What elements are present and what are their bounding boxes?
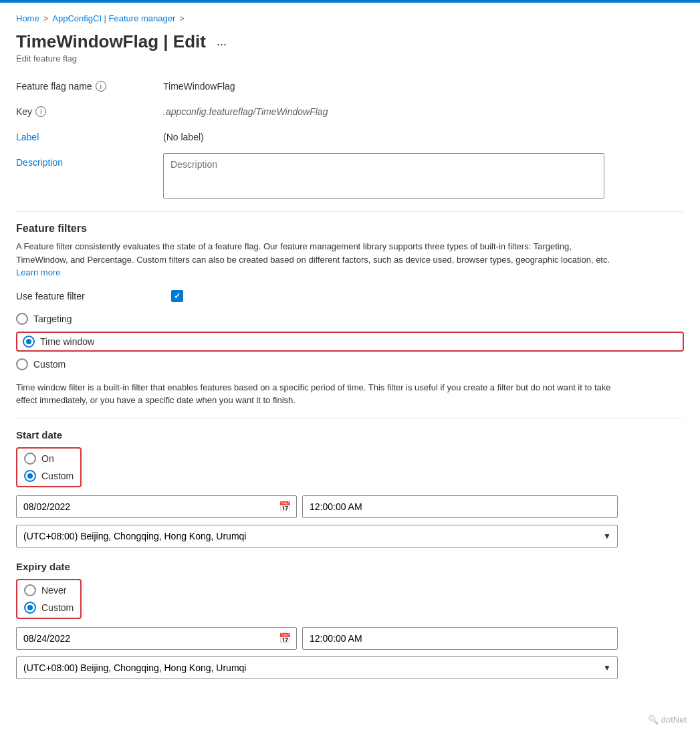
expiry-date-options-highlighted: Never Custom: [16, 579, 82, 619]
expiry-date-input-row: 📅: [16, 627, 618, 650]
start-date-on-label: On: [41, 453, 54, 464]
filter-targeting-option[interactable]: Targeting: [16, 313, 684, 325]
key-row: Key i .appconfig.featureflag/TimeWindowF…: [16, 102, 684, 117]
feature-flag-name-value: TimeWindowFlag: [163, 77, 684, 92]
filter-custom-option[interactable]: Custom: [16, 358, 684, 370]
divider2: [16, 418, 684, 418]
label-label: Label: [16, 128, 163, 142]
use-feature-filter-label: Use feature filter: [16, 291, 163, 301]
filter-custom-radio[interactable]: [16, 358, 28, 370]
expiry-time-input[interactable]: [302, 627, 618, 650]
description-row: Description: [16, 153, 684, 201]
page-subtitle: Edit feature flag: [16, 53, 684, 64]
use-feature-filter-row: Use feature filter: [16, 290, 684, 302]
filter-type-radio-group: Targeting Time window Custom: [16, 313, 684, 370]
expiry-custom-label: Custom: [41, 602, 74, 613]
start-date-input-wrapper: 📅: [16, 495, 297, 518]
expiry-never-radio[interactable]: [24, 584, 36, 596]
start-date-input[interactable]: [16, 495, 297, 518]
filter-targeting-label: Targeting: [33, 314, 72, 324]
start-date-custom-label: Custom: [41, 471, 74, 481]
start-timezone-wrapper: (UTC+08:00) Beijing, Chongqing, Hong Kon…: [16, 525, 618, 547]
expiry-custom-radio[interactable]: [24, 602, 36, 614]
page-title-row: TimeWindowFlag | Edit ...: [16, 31, 684, 52]
feature-flag-name-info-icon[interactable]: i: [96, 81, 106, 92]
filter-time-window-radio-inner: [26, 339, 31, 344]
use-feature-filter-checkbox[interactable]: [171, 290, 183, 302]
breadcrumb: Home > AppConfigCI | Feature manager >: [16, 13, 684, 23]
start-date-custom-radio[interactable]: [24, 470, 36, 482]
expiry-never-option[interactable]: Never: [24, 584, 74, 596]
key-label: Key i: [16, 102, 163, 117]
label-row: Label (No label): [16, 128, 684, 142]
expiry-custom-option[interactable]: Custom: [24, 602, 74, 614]
filter-targeting-radio[interactable]: [16, 313, 28, 325]
feature-filters-info: A Feature filter consistently evaluates …: [16, 240, 618, 279]
breadcrumb-sep1: >: [43, 13, 49, 23]
start-date-on-radio[interactable]: [24, 453, 36, 465]
page-title: TimeWindowFlag | Edit: [16, 31, 206, 52]
filter-time-window-radio[interactable]: [23, 336, 35, 348]
ellipsis-button[interactable]: ...: [213, 33, 231, 50]
filter-time-window-option[interactable]: Time window: [23, 336, 94, 348]
expiry-never-label: Never: [41, 585, 66, 596]
expiry-timezone-wrapper: (UTC+08:00) Beijing, Chongqing, Hong Kon…: [16, 656, 618, 679]
start-time-input[interactable]: [302, 495, 618, 518]
start-timezone-select[interactable]: (UTC+08:00) Beijing, Chongqing, Hong Kon…: [16, 525, 618, 547]
description-input[interactable]: [163, 153, 604, 199]
breadcrumb-sep2: >: [179, 13, 185, 23]
start-date-custom-option[interactable]: Custom: [24, 470, 74, 482]
filter-custom-label: Custom: [33, 359, 66, 370]
expiry-date-input[interactable]: [16, 627, 297, 650]
start-date-input-row: 📅: [16, 495, 618, 518]
start-date-options-highlighted: On Custom: [16, 447, 82, 487]
feature-flag-name-row: Feature flag name i TimeWindowFlag: [16, 77, 684, 92]
expiry-date-title: Expiry date: [16, 561, 684, 572]
start-date-on-option[interactable]: On: [24, 453, 74, 465]
start-date-custom-radio-inner: [27, 473, 33, 479]
time-window-description: Time window filter is a built-in filter …: [16, 381, 618, 407]
key-info-icon[interactable]: i: [35, 106, 46, 117]
expiry-timezone-select[interactable]: (UTC+08:00) Beijing, Chongqing, Hong Kon…: [16, 656, 618, 679]
description-label: Description: [16, 153, 163, 168]
filter-time-window-label: Time window: [40, 336, 94, 347]
start-date-title: Start date: [16, 429, 684, 441]
filter-time-window-highlighted: Time window: [16, 332, 684, 352]
breadcrumb-home[interactable]: Home: [16, 13, 39, 23]
breadcrumb-appconfig[interactable]: AppConfigCI | Feature manager: [52, 13, 175, 23]
feature-flag-name-label: Feature flag name i: [16, 77, 163, 92]
divider1: [16, 211, 684, 212]
expiry-custom-radio-inner: [27, 605, 33, 610]
feature-filters-title: Feature filters: [16, 223, 684, 235]
expiry-date-input-wrapper: 📅: [16, 627, 297, 650]
learn-more-link[interactable]: Learn more: [16, 267, 60, 277]
label-value: (No label): [163, 128, 684, 142]
key-value: .appconfig.featureflag/TimeWindowFlag: [163, 102, 684, 117]
